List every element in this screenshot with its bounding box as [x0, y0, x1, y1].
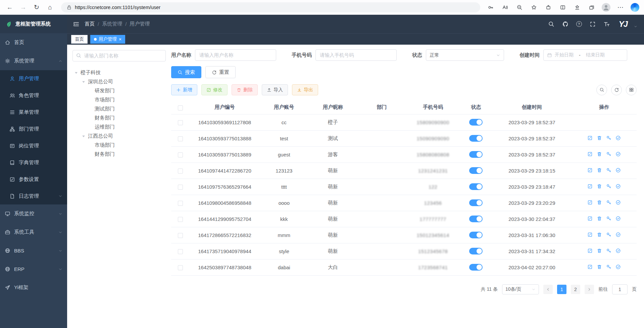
- import-button[interactable]: 导入: [262, 84, 288, 95]
- back-icon[interactable]: ←: [5, 2, 15, 12]
- sidebar-item-user-management[interactable]: 用户管理: [0, 70, 67, 87]
- sidebar-item-log-management[interactable]: 日志管理: [0, 188, 67, 204]
- browser-menu-icon[interactable]: ⋯: [616, 2, 625, 12]
- zoom-out-icon[interactable]: [515, 2, 524, 12]
- export-button[interactable]: 导出: [292, 84, 318, 95]
- chevron-down-icon[interactable]: [634, 25, 637, 28]
- edit-button[interactable]: 修改: [201, 84, 228, 95]
- search-button[interactable]: 搜索: [171, 66, 201, 78]
- forward-icon[interactable]: →: [18, 2, 28, 12]
- edit-icon[interactable]: [587, 135, 593, 141]
- tab-home[interactable]: 首页: [71, 35, 88, 44]
- delete-icon[interactable]: [597, 135, 602, 141]
- delete-icon[interactable]: [597, 200, 602, 205]
- tree-node-leaf[interactable]: 运维部门: [72, 123, 166, 132]
- add-button[interactable]: 新增: [171, 84, 197, 95]
- status-toggle[interactable]: [469, 167, 483, 174]
- select-all-checkbox[interactable]: [178, 105, 183, 110]
- status-toggle[interactable]: [469, 151, 483, 158]
- edit-icon[interactable]: [587, 232, 593, 237]
- read-aloud-icon[interactable]: [501, 2, 509, 12]
- reset-password-key-icon[interactable]: [606, 135, 611, 141]
- copilot-icon[interactable]: [631, 3, 639, 12]
- sidebar-item-yi-framework[interactable]: Yi框架: [0, 278, 67, 297]
- status-toggle[interactable]: [469, 183, 483, 190]
- delete-icon[interactable]: [597, 168, 602, 173]
- breadcrumb-home[interactable]: 首页: [85, 21, 95, 27]
- row-checkbox[interactable]: [178, 217, 183, 222]
- sidebar-item-post-management[interactable]: 岗位管理: [0, 137, 67, 154]
- row-checkbox[interactable]: [178, 249, 183, 254]
- edit-icon[interactable]: [587, 184, 593, 189]
- sidebar-item-home[interactable]: 首页: [0, 33, 67, 52]
- status-toggle[interactable]: [469, 264, 483, 271]
- reset-password-key-icon[interactable]: [606, 232, 611, 237]
- edit-icon[interactable]: [587, 248, 593, 253]
- reset-password-key-icon[interactable]: [606, 216, 611, 221]
- edit-icon[interactable]: [587, 264, 593, 270]
- department-search-input[interactable]: [72, 50, 166, 61]
- goto-page-input[interactable]: [612, 284, 628, 294]
- refresh-table-button[interactable]: [611, 85, 622, 95]
- user-brand-logo[interactable]: YJ: [619, 19, 627, 29]
- status-toggle[interactable]: [469, 248, 483, 254]
- status-toggle[interactable]: [469, 119, 483, 126]
- reset-password-key-icon[interactable]: [606, 184, 611, 189]
- assign-role-check-icon[interactable]: [615, 168, 621, 173]
- reset-password-key-icon[interactable]: [606, 168, 611, 173]
- font-size-icon[interactable]: [603, 21, 610, 28]
- tree-node-root[interactable]: 橙子科技: [72, 68, 166, 77]
- row-checkbox[interactable]: [178, 201, 183, 206]
- sidebar-item-role-management[interactable]: 角色管理: [0, 87, 67, 104]
- tree-node-leaf[interactable]: 市场部门: [72, 141, 166, 150]
- assign-role-check-icon[interactable]: [615, 216, 621, 221]
- assign-role-check-icon[interactable]: [615, 184, 621, 189]
- delete-icon[interactable]: [597, 184, 602, 189]
- favorites-bar-icon[interactable]: [573, 2, 582, 12]
- tab-user-management[interactable]: 用户管理 ×: [90, 35, 125, 44]
- status-toggle[interactable]: [469, 216, 483, 222]
- row-checkbox[interactable]: [178, 233, 183, 238]
- refresh-icon[interactable]: ↻: [32, 2, 42, 12]
- help-icon[interactable]: ?: [576, 21, 582, 27]
- reset-password-key-icon[interactable]: [606, 264, 611, 270]
- favorite-add-icon[interactable]: [530, 2, 538, 12]
- tree-node-leaf[interactable]: 财务部门: [72, 150, 166, 159]
- row-checkbox[interactable]: [178, 169, 183, 174]
- delete-icon[interactable]: [597, 248, 602, 253]
- sidebar-item-system-monitor[interactable]: 系统监控: [0, 204, 67, 223]
- row-checkbox[interactable]: [178, 136, 183, 141]
- profile-avatar-icon[interactable]: [602, 3, 610, 12]
- edit-icon[interactable]: [587, 200, 593, 205]
- sidebar-item-menu-management[interactable]: 菜单管理: [0, 104, 67, 121]
- username-input[interactable]: [195, 49, 276, 61]
- row-checkbox[interactable]: [178, 120, 183, 125]
- delete-icon[interactable]: [597, 232, 602, 237]
- row-checkbox[interactable]: [178, 185, 183, 190]
- page-2-button[interactable]: 2: [571, 285, 580, 294]
- phone-input[interactable]: [315, 49, 397, 61]
- delete-icon[interactable]: [597, 151, 602, 157]
- date-range-picker[interactable]: 开始日期 - 结束日期: [543, 49, 627, 61]
- row-checkbox[interactable]: [178, 265, 183, 270]
- sidebar-item-erp[interactable]: ERP: [0, 260, 67, 278]
- delete-button[interactable]: 删除: [232, 84, 258, 95]
- delete-icon[interactable]: [597, 216, 602, 221]
- fullscreen-icon[interactable]: [589, 21, 596, 28]
- status-toggle[interactable]: [469, 232, 483, 238]
- reset-password-key-icon[interactable]: [606, 151, 611, 157]
- sidebar-item-bbs[interactable]: BBS: [0, 241, 67, 260]
- breadcrumb-system[interactable]: 系统管理: [102, 21, 122, 27]
- status-toggle[interactable]: [469, 199, 483, 206]
- delete-icon[interactable]: [597, 264, 602, 270]
- edit-icon[interactable]: [587, 216, 593, 221]
- caret-down-icon[interactable]: [74, 71, 79, 75]
- assign-role-check-icon[interactable]: [615, 232, 621, 237]
- github-icon[interactable]: [562, 21, 569, 28]
- assign-role-check-icon[interactable]: [615, 151, 621, 157]
- sidebar-item-parameter-settings[interactable]: 参数设置: [0, 171, 67, 188]
- assign-role-check-icon[interactable]: [615, 135, 621, 141]
- page-size-select[interactable]: 10条/页: [502, 284, 539, 294]
- edit-icon[interactable]: [587, 151, 593, 157]
- status-toggle[interactable]: [469, 135, 483, 142]
